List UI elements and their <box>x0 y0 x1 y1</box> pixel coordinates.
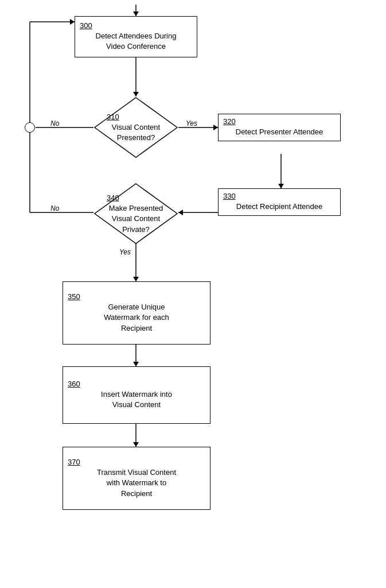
box-300: 300 Detect Attendees DuringVideo Confere… <box>75 16 197 57</box>
no-label-340: No <box>50 204 59 212</box>
step-320-num: 320 <box>223 117 236 127</box>
step-370-label: Transmit Visual Contentwith Watermark to… <box>97 467 176 499</box>
step-300-num: 300 <box>80 21 92 31</box>
loop-circle <box>25 122 35 133</box>
svg-marker-17 <box>133 277 139 281</box>
svg-marker-13 <box>70 19 75 25</box>
step-330-label: Detect Recipient Attendee <box>236 202 322 212</box>
box-320: 320 Detect Presenter Attendee <box>218 114 341 141</box>
no-label-310: No <box>50 119 59 127</box>
step-330-num: 330 <box>223 192 236 202</box>
box-330: 330 Detect Recipient Attendee <box>218 188 341 216</box>
svg-marker-21 <box>133 442 139 447</box>
box-350: 350 Generate UniqueWatermark for eachRec… <box>63 281 210 345</box>
svg-marker-7 <box>278 184 284 188</box>
step-300-label: Detect Attendees DuringVideo Conference <box>96 31 177 52</box>
flowchart: → 300 Detect Attendees DuringVideo Confe… <box>0 0 386 588</box>
svg-marker-5 <box>213 125 218 130</box>
step-350-num: 350 <box>68 292 80 302</box>
step-370-num: 370 <box>68 458 80 467</box>
step-320-label: Detect Presenter Attendee <box>236 127 323 137</box>
diamond-340-text: 340 Make PresentedVisual ContentPrivate? <box>104 193 167 235</box>
step-350-label: Generate UniqueWatermark for eachRecipie… <box>104 302 169 334</box>
diamond-340: 340 Make PresentedVisual ContentPrivate? <box>93 183 178 245</box>
step-360-label: Insert Watermark intoVisual Content <box>101 389 172 410</box>
yes-label-340: Yes <box>119 248 131 256</box>
svg-marker-9 <box>178 210 183 215</box>
box-360: 360 Insert Watermark intoVisual Content <box>63 366 210 424</box>
svg-marker-3 <box>133 92 139 96</box>
box-370: 370 Transmit Visual Contentwith Watermar… <box>63 447 210 510</box>
step-360-num: 360 <box>68 380 80 389</box>
diamond-310-text: 310 Visual ContentPresented? <box>104 112 167 144</box>
diamond-310: 310 Visual ContentPresented? <box>93 96 178 158</box>
yes-label-310: Yes <box>186 119 197 127</box>
step-310-num: 310 <box>107 112 167 122</box>
svg-marker-1 <box>133 11 139 16</box>
step-340-num: 340 <box>107 193 167 203</box>
svg-marker-19 <box>133 362 139 366</box>
